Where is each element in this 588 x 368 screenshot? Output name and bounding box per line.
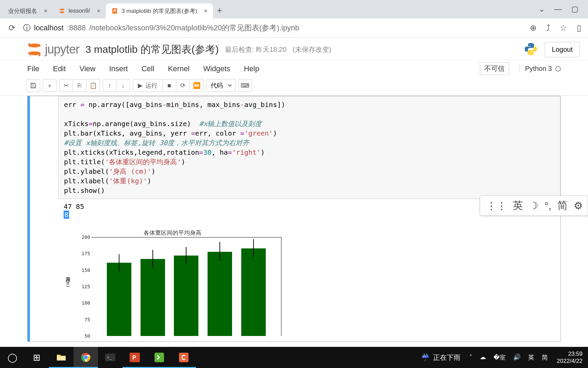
command-palette-button[interactable]: ⌨ [238, 79, 252, 92]
url-host: localhost [34, 24, 64, 32]
error-bar [219, 242, 220, 261]
browser-tab-strip: 业分组报名 × lesson9/ × 3 matplotlib 的常见图表(参考… [0, 0, 588, 18]
ime-lang-1[interactable]: 英 [513, 199, 523, 213]
ime-lang-2[interactable]: 简 [557, 199, 568, 213]
chevron-down-icon[interactable]: ⌄ [539, 5, 545, 14]
chart-bar [174, 256, 198, 336]
ytick-label: 75 [84, 317, 90, 322]
error-bar [152, 250, 153, 268]
chart-bar [141, 259, 165, 336]
jupyter-header: jupyter 3 matplotlib 的常见图表(参考) 最后检查: 昨天1… [0, 37, 588, 60]
chart-bar [241, 248, 266, 336]
share-icon[interactable]: ⤴ [546, 23, 550, 33]
save-button[interactable] [27, 79, 40, 92]
task-view-button[interactable]: ⊞ [24, 347, 49, 368]
terminal-icon[interactable]: >_ [98, 347, 122, 368]
app-c-icon[interactable] [172, 347, 196, 368]
rain-icon: ☔ [421, 353, 430, 362]
svg-rect-5 [113, 11, 116, 12]
site-info-icon[interactable]: ⓘ [23, 23, 31, 33]
weather-widget[interactable]: ☔ 正在下雨 [421, 353, 460, 362]
tab-title: 3 matplotlib 的常见图表(参考) [121, 7, 197, 15]
svg-point-10 [30, 55, 31, 56]
svg-point-0 [60, 9, 64, 11]
move-down-button[interactable]: ↓ [116, 79, 130, 92]
close-icon[interactable]: × [97, 7, 101, 15]
tray-chevron-up-icon[interactable]: ˄ [469, 353, 472, 362]
menu-help[interactable]: Help [244, 64, 259, 73]
run-button[interactable]: ▶ 运行 [133, 79, 163, 92]
taskbar-clock[interactable]: 23:59 2022/4/22 [557, 350, 583, 365]
tab-title: 业分组报名 [8, 7, 37, 15]
notebook-toolbar: ＋ ✂ ⎘ 📋 ↑ ↓ ▶ 运行 ■ ⟳ ⏩ 代码 ⌨ [0, 77, 588, 96]
interrupt-button[interactable]: ■ [163, 79, 176, 92]
cut-button[interactable]: ✂ [59, 79, 73, 92]
svg-rect-4 [113, 10, 116, 11]
chart-title: 各体重区间的平均身高 [64, 229, 281, 237]
chart-bar [208, 252, 232, 336]
menu-edit[interactable]: Edit [53, 64, 66, 73]
error-bar [186, 247, 186, 264]
not-trusted-badge[interactable]: 不可信 [480, 62, 509, 75]
menu-cell[interactable]: Cell [142, 64, 154, 73]
tray-onedrive-icon[interactable]: ☁ [480, 353, 486, 362]
restart-button[interactable]: ⟳ [176, 79, 190, 92]
close-icon[interactable]: × [204, 7, 208, 15]
chrome-icon[interactable] [74, 347, 98, 368]
close-icon[interactable]: × [44, 7, 48, 15]
error-bar [253, 239, 254, 258]
jupyter-logo[interactable]: jupyter [27, 42, 79, 57]
tray-lang-2[interactable]: 简 [542, 353, 548, 362]
menu-view[interactable]: View [79, 64, 95, 73]
move-up-button[interactable]: ↑ [103, 79, 116, 92]
bookmark-star-icon[interactable]: ☆ [560, 23, 567, 33]
menu-widgets[interactable]: Widgets [203, 64, 230, 73]
browser-tab-1[interactable]: 业分组报名 × [3, 3, 53, 18]
zoom-icon[interactable]: ⊕ [530, 23, 537, 33]
browser-tab-3-active[interactable]: 3 matplotlib 的常见图表(参考) × [106, 3, 213, 18]
notebook-favicon-icon [111, 7, 118, 14]
svg-point-8 [29, 43, 30, 45]
start-button[interactable]: ◯ [0, 347, 24, 368]
ime-punct-icon[interactable]: °, [544, 200, 551, 212]
svg-rect-3 [113, 9, 116, 10]
menu-kernel[interactable]: Kernel [168, 64, 190, 73]
code-input-area[interactable]: err = np.array([avg_bins-min_bins, max_b… [58, 96, 560, 199]
url-display[interactable]: ⓘ localhost:8888/notebooks/lesson9/3%20m… [23, 23, 299, 33]
add-cell-button[interactable]: ＋ [43, 79, 56, 92]
jupyter-favicon-icon [59, 7, 65, 14]
reload-icon[interactable]: ⟳ [7, 23, 17, 33]
ime-drag-icon[interactable]: ⋮⋮ [486, 200, 507, 212]
browser-tab-2[interactable]: lesson9/ × [53, 3, 106, 18]
logout-button[interactable]: Logout [545, 42, 580, 57]
reading-list-icon[interactable]: ▯ [577, 23, 581, 33]
menu-file[interactable]: File [27, 64, 39, 73]
minimize-icon[interactable]: — [554, 5, 562, 14]
tray-lang-1[interactable]: 英 [528, 353, 534, 362]
svg-point-1 [60, 12, 64, 13]
code-cell[interactable]: err = np.array([avg_bins-min_bins, max_b… [28, 96, 560, 199]
restart-run-all-button[interactable]: ⏩ [190, 79, 203, 92]
menu-insert[interactable]: Insert [109, 64, 128, 73]
autosave-status-text: (未保存改变) [293, 45, 331, 54]
clock-time: 23:59 [557, 350, 583, 357]
copy-button[interactable]: ⎘ [73, 79, 86, 92]
paste-button[interactable]: 📋 [86, 79, 100, 92]
cell-type-select[interactable]: 代码 [206, 79, 235, 92]
maximize-icon[interactable]: ▢ [571, 5, 578, 14]
moon-icon[interactable]: ☽ [529, 200, 538, 212]
windows-taskbar: ◯ ⊞ >_ P ☔ 正在下雨 ˄ ☁ �室 🔊 英 简 23:59 2022/… [0, 347, 588, 368]
ytick-label: 175 [82, 251, 90, 256]
output-gutter [28, 199, 58, 341]
powerpoint-icon[interactable]: P [122, 347, 147, 368]
notebook-title[interactable]: 3 matplotlib 的常见图表(参考) [85, 43, 219, 57]
tray-volume-icon[interactable]: 🔊 [513, 353, 521, 362]
camtasia-icon[interactable] [147, 347, 172, 368]
tray-wifi-icon[interactable]: �室 [493, 353, 506, 362]
file-explorer-icon[interactable] [49, 347, 74, 368]
ime-toolbar[interactable]: ⋮⋮ 英 ☽ °, 简 ⚙ [480, 196, 588, 216]
ime-settings-icon[interactable]: ⚙ [574, 200, 583, 212]
kernel-name-text: Python 3 [525, 65, 552, 73]
kernel-indicator[interactable]: Python 3 [519, 65, 561, 73]
new-tab-button[interactable]: + [213, 5, 226, 16]
